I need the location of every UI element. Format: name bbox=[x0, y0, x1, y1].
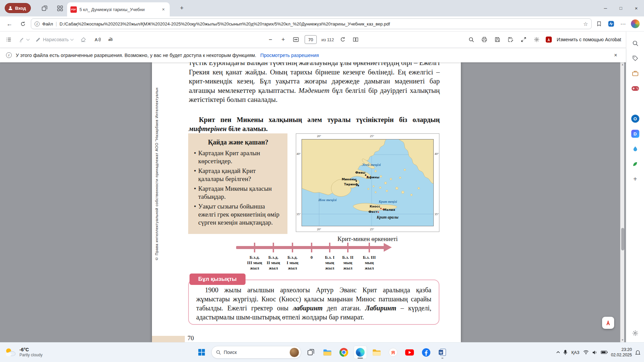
tab-close-icon[interactable]: × bbox=[160, 6, 166, 12]
tab-title: 5 кл_ Дүниежүзі тарихы_Учебни bbox=[79, 7, 158, 12]
windows-taskbar: -6°C Partly cloudy Поиск bbox=[0, 342, 644, 362]
collections-icon[interactable] bbox=[594, 19, 604, 28]
translate-icon[interactable]: аб bbox=[107, 36, 115, 44]
sidebar-outlook-icon[interactable]: O bbox=[631, 114, 640, 123]
page-info-icon[interactable]: i bbox=[35, 21, 40, 26]
highlight-button[interactable] bbox=[19, 37, 29, 43]
pdf-scrollbar[interactable]: ▲ ▼ bbox=[620, 62, 624, 342]
timeline-label: Б.з. Iмыңжыл bbox=[325, 255, 335, 271]
read-aloud-icon[interactable]: А bbox=[93, 36, 101, 44]
sidebar-drop-icon[interactable] bbox=[631, 144, 640, 153]
new-tab-button[interactable]: + bbox=[178, 4, 186, 12]
chrome-button[interactable] bbox=[337, 346, 351, 359]
timeline-label: Б.з.д.III мыңжыл bbox=[247, 255, 262, 271]
zoom-out-icon[interactable]: − bbox=[266, 36, 274, 43]
paragraph-myths: Крит пен Микены халқының әлем туралы түс… bbox=[189, 115, 440, 133]
city-label-malia: Малия bbox=[383, 208, 395, 212]
timeline-label: Б.з. IIIмыңжыл bbox=[363, 255, 376, 271]
workspaces-icon[interactable] bbox=[41, 5, 48, 12]
favorite-star-icon[interactable]: ☆ bbox=[583, 21, 588, 27]
page-margin-strip bbox=[152, 336, 185, 342]
browser-essentials-icon[interactable] bbox=[606, 19, 616, 28]
word-button[interactable]: W bbox=[436, 346, 449, 359]
page-number-input[interactable]: 70 bbox=[305, 35, 317, 44]
weather-widget[interactable]: -6°C Partly cloudy bbox=[4, 347, 43, 358]
map-coord: 35° bbox=[297, 213, 301, 216]
notification-bell-icon[interactable] bbox=[635, 350, 641, 355]
city-label-phaistos: Фест bbox=[368, 210, 377, 214]
rotate-icon[interactable] bbox=[339, 36, 347, 44]
search-document-icon[interactable] bbox=[467, 36, 475, 44]
sidebar-microsoft365-icon[interactable] bbox=[631, 99, 640, 108]
page-count-label: из 112 bbox=[321, 37, 334, 42]
sidebar-settings-gear-icon[interactable] bbox=[631, 329, 640, 338]
sidebar-leaf-icon[interactable] bbox=[631, 160, 640, 168]
scrollbar-thumb[interactable] bbox=[621, 228, 624, 250]
maximize-button[interactable]: □ bbox=[613, 0, 629, 16]
clock-date: 02.02.2025 bbox=[611, 352, 632, 358]
profile-avatar[interactable] bbox=[631, 19, 640, 28]
fit-width-icon[interactable] bbox=[292, 36, 300, 44]
sea-label-ionian: Ион теңізі bbox=[318, 198, 337, 202]
table-of-contents-icon[interactable] bbox=[5, 36, 13, 44]
youtube-button[interactable] bbox=[403, 346, 416, 359]
map-coord: 40° bbox=[434, 152, 439, 156]
file-explorer-button[interactable] bbox=[321, 346, 334, 359]
address-input[interactable]: i Файл | D:/Сабақ%20жоспары%202023%20жыл… bbox=[31, 18, 592, 29]
battery-icon[interactable] bbox=[601, 350, 608, 354]
page-view-icon[interactable] bbox=[352, 36, 360, 44]
save-icon[interactable] bbox=[493, 36, 501, 44]
book-page-number: 70 bbox=[187, 335, 194, 342]
browser-tab[interactable]: PDF 5 кл_ Дүниежүзі тарихы_Учебни × bbox=[67, 2, 170, 16]
tray-chevron-up-icon[interactable] bbox=[556, 351, 560, 354]
greece-map: 20° 25° 20° 25° 40° 35° 40° 35° bbox=[296, 133, 439, 232]
volume-icon[interactable] bbox=[592, 350, 598, 355]
task-view-button[interactable] bbox=[304, 346, 318, 359]
browser-menu-icon[interactable]: ⋯ bbox=[619, 19, 628, 28]
search-doodle-image[interactable] bbox=[289, 348, 299, 357]
island-label-crete: Крит аралы bbox=[376, 215, 398, 220]
profile-signin-button[interactable]: Вход bbox=[5, 3, 31, 13]
edit-with-acrobat-button[interactable]: Изменить с помощью Acrobat bbox=[557, 37, 621, 42]
edge-button[interactable] bbox=[354, 346, 367, 359]
back-button[interactable]: ← bbox=[4, 18, 15, 29]
taskbar-search-box[interactable]: Поиск bbox=[211, 346, 301, 359]
refresh-button[interactable] bbox=[17, 18, 28, 29]
notice-close-icon[interactable]: × bbox=[614, 52, 617, 58]
wifi-icon[interactable] bbox=[583, 350, 589, 355]
minimize-button[interactable]: ─ bbox=[598, 0, 613, 16]
start-button[interactable] bbox=[195, 346, 208, 359]
sidebar-search-icon[interactable] bbox=[631, 39, 640, 48]
draw-button[interactable]: Нарисовать bbox=[35, 37, 73, 43]
pdf-settings-gear-icon[interactable] bbox=[533, 36, 541, 44]
microphone-icon[interactable] bbox=[563, 350, 568, 355]
map-caption: Крит-микен өркениеті bbox=[296, 235, 439, 243]
tab-search-icon[interactable] bbox=[56, 5, 64, 12]
fact-box: 1900 жылы ағылшын археологы Артур Эванс … bbox=[188, 280, 439, 325]
map-coord: 25° bbox=[368, 228, 376, 231]
sidebar-tools-icon[interactable] bbox=[631, 69, 640, 78]
print-icon[interactable] bbox=[480, 36, 488, 44]
facebook-button[interactable] bbox=[419, 346, 433, 359]
eraser-icon[interactable] bbox=[79, 36, 87, 44]
file-chip-label: Файл bbox=[42, 21, 53, 26]
folder-button[interactable] bbox=[370, 346, 383, 359]
sidebar-designer-icon[interactable]: D bbox=[631, 129, 640, 138]
pdf-viewer[interactable]: © Права интеллектуальной собственности п… bbox=[0, 62, 626, 342]
copyright-vertical-text: © Права интеллектуальной собственности п… bbox=[155, 87, 159, 261]
language-indicator[interactable]: ҚАЗ bbox=[571, 350, 580, 355]
sidebar-shopping-icon[interactable] bbox=[631, 54, 640, 63]
sidebar-games-icon[interactable] bbox=[631, 84, 640, 93]
fullscreen-icon[interactable] bbox=[520, 36, 528, 44]
save-as-icon[interactable] bbox=[506, 36, 515, 44]
sidebar-add-icon[interactable]: + bbox=[631, 175, 640, 183]
close-button[interactable]: × bbox=[629, 0, 644, 16]
zoom-in-icon[interactable]: + bbox=[279, 36, 287, 43]
chip-separator: | bbox=[56, 21, 57, 26]
yandex-button[interactable]: Я bbox=[386, 346, 400, 359]
pdf-toolbar: Нарисовать А аб − + bbox=[0, 32, 626, 48]
acrobat-floating-button[interactable] bbox=[602, 317, 614, 329]
clock[interactable]: 23:20 02.02.2025 bbox=[611, 347, 632, 358]
task-item: Картадан Крит аралын көрсетіңдер. bbox=[194, 149, 283, 165]
view-permissions-link[interactable]: Просмотреть разрешения bbox=[260, 53, 319, 58]
